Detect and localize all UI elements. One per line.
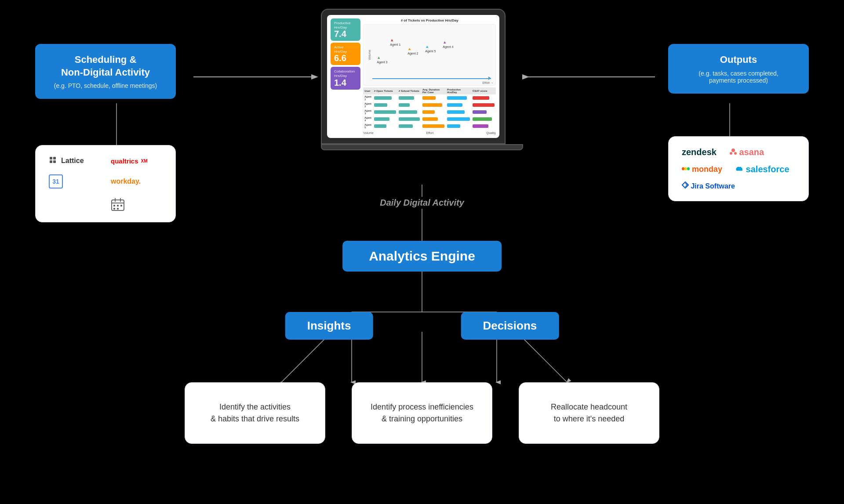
insights-decisions-row: Insights Decisions bbox=[285, 312, 559, 340]
scheduling-box: Scheduling & Non-Digital Activity (e.g. … bbox=[35, 44, 176, 99]
lattice-icon bbox=[49, 156, 58, 166]
output-box-3: Reallocate headcount to where it's neede… bbox=[519, 382, 659, 444]
svg-rect-22 bbox=[113, 205, 115, 207]
calendar-grid-icon bbox=[111, 197, 125, 211]
svg-rect-26 bbox=[117, 208, 119, 210]
laptop-base bbox=[321, 144, 523, 150]
svg-point-32 bbox=[687, 167, 690, 170]
workday-logo: workday. bbox=[111, 178, 162, 185]
salesforce-logo: salesforce bbox=[735, 164, 789, 174]
lattice-logo: Lattice bbox=[49, 156, 100, 166]
svg-point-31 bbox=[684, 167, 687, 170]
scatter-chart: Volume ▲Agent 1 ▲Agent 2 ▲Agent 3 ▲Agent… bbox=[363, 24, 496, 86]
metric-collab: Collaboration Hrs/Day 1.4 bbox=[331, 67, 360, 89]
dashboard-mockup: Productive Hrs/Day 7.4 Active Hrs/Day 6.… bbox=[331, 18, 496, 134]
svg-point-27 bbox=[731, 149, 735, 152]
laptop: Productive Hrs/Day 7.4 Active Hrs/Day 6.… bbox=[321, 9, 506, 144]
outputs-title: Outputs bbox=[680, 54, 797, 66]
left-logo-box: Lattice qualtricsXM 31 workday. bbox=[35, 145, 176, 222]
svg-rect-24 bbox=[120, 205, 122, 207]
scheduling-subtitle: (e.g. PTO, schedule, offline meetings) bbox=[47, 82, 164, 89]
svg-rect-15 bbox=[53, 157, 56, 160]
svg-rect-23 bbox=[117, 205, 119, 207]
svg-rect-14 bbox=[50, 157, 52, 160]
qualtrics-logo: qualtricsXM bbox=[111, 157, 162, 165]
right-logo-section: zendesk asana monday bbox=[668, 136, 809, 201]
scheduling-title: Scheduling & Non-Digital Activity bbox=[47, 54, 164, 79]
insights-button: Insights bbox=[285, 312, 373, 340]
dashboard-metrics: Productive Hrs/Day 7.4 Active Hrs/Day 6.… bbox=[331, 18, 360, 134]
laptop-section: Productive Hrs/Day 7.4 Active Hrs/Day 6.… bbox=[321, 9, 523, 150]
decisions-button: Decisions bbox=[461, 312, 559, 340]
right-logo-row-1: zendesk asana bbox=[682, 147, 764, 157]
svg-point-29 bbox=[734, 152, 737, 155]
metric-active: Active Hrs/Day 6.6 bbox=[331, 43, 360, 65]
jira-logo: Jira Software bbox=[682, 181, 735, 190]
svg-point-28 bbox=[730, 152, 732, 155]
google-cal-logo: 31 bbox=[49, 174, 100, 189]
output-box-1: Identify the activities & habits that dr… bbox=[185, 382, 325, 444]
svg-rect-17 bbox=[53, 160, 56, 163]
dashboard-chart: # of Tickets vs Productive Hrs/Day Volum… bbox=[363, 18, 496, 134]
right-logo-row-2: monday salesforce bbox=[682, 164, 789, 174]
zendesk-logo: zendesk bbox=[682, 147, 717, 157]
outputs-box: Outputs (e.g. tasks, cases completed, pa… bbox=[668, 44, 809, 94]
svg-rect-16 bbox=[50, 160, 52, 163]
diagram-container: Scheduling & Non-Digital Activity (e.g. … bbox=[0, 0, 844, 504]
asana-logo: asana bbox=[730, 147, 764, 157]
daily-digital-label: Daily Digital Activity bbox=[380, 198, 464, 208]
svg-point-30 bbox=[682, 167, 684, 170]
left-logo-section: Lattice qualtricsXM 31 workday. bbox=[35, 145, 176, 222]
right-logo-box: zendesk asana monday bbox=[668, 136, 809, 201]
calendar-icon-logo bbox=[111, 197, 162, 211]
monday-logo: monday bbox=[682, 165, 722, 174]
analytics-engine-box: Analytics Engine bbox=[342, 241, 502, 272]
output-box-2: Identify process inefficiencies & traini… bbox=[352, 382, 492, 444]
bottom-output-boxes: Identify the activities & habits that dr… bbox=[185, 382, 659, 444]
data-table: User# Open Tickets# Solved TicketsAvg. D… bbox=[363, 87, 496, 134]
right-logo-row-3: Jira Software bbox=[682, 181, 735, 190]
outputs-subtitle: (e.g. tasks, cases completed, payments p… bbox=[680, 70, 797, 84]
svg-rect-25 bbox=[113, 208, 115, 210]
laptop-screen: Productive Hrs/Day 7.4 Active Hrs/Day 6.… bbox=[327, 15, 499, 138]
metric-productive: Productive Hrs/Day 7.4 bbox=[331, 18, 360, 41]
